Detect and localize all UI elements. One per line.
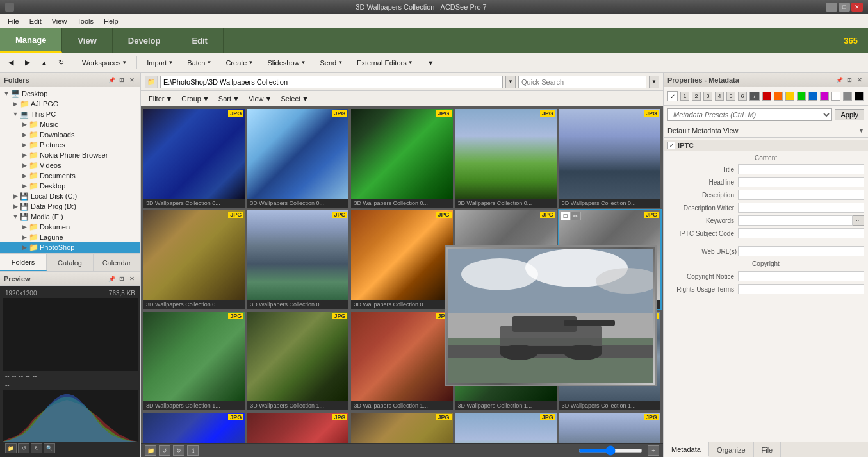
grid-info[interactable]: ℹ [187, 445, 199, 456]
expand-icon[interactable]: ▶ [12, 100, 19, 108]
image-cell[interactable]: JPG 3D Wallpapers Collection 1... [143, 312, 245, 410]
send-button[interactable]: Send ▼ [314, 57, 348, 69]
color-swatch-purple[interactable] [820, 92, 829, 101]
expand-icon[interactable]: ▼ [3, 90, 10, 97]
address-dropdown[interactable]: ▼ [505, 76, 516, 88]
image-cell[interactable]: JPG 3D Wallpapers Collection 0... [143, 109, 245, 208]
image-cell[interactable]: JPG 3D Wallpapers Collection 0... [351, 109, 452, 208]
tab-file[interactable]: File [754, 442, 782, 457]
expand-icon[interactable]: ▶ [20, 233, 28, 241]
meta-input-web-urls[interactable] [738, 246, 864, 256]
grid-rotate-right[interactable]: ↻ [173, 445, 184, 456]
zoom-slider[interactable] [578, 449, 643, 453]
expand-icon[interactable]: ▼ [12, 213, 19, 220]
expand-icon[interactable]: ▶ [20, 244, 28, 251]
expand-icon[interactable]: ▶ [12, 192, 19, 200]
image-cell[interactable]: JPG 3D Wallpapers Collection 1... [351, 312, 452, 410]
edit-icon[interactable]: ✏ [571, 212, 581, 220]
rotate-right-button[interactable]: ↻ [31, 443, 42, 453]
import-button[interactable]: Import ▼ [141, 57, 179, 69]
image-cell[interactable]: JPG 3D Wallpapers Collection 0... [351, 210, 452, 309]
slideshow-button[interactable]: Slideshow ▼ [261, 57, 311, 69]
mode-develop[interactable]: Develop [113, 28, 177, 53]
rotate-left-button[interactable]: ↺ [18, 443, 29, 453]
color-swatch-white[interactable] [831, 92, 840, 101]
checkbox-icon[interactable]: ☐ [561, 212, 571, 220]
color-swatch-yellow[interactable] [785, 92, 794, 101]
tree-item-localdisk[interactable]: ▶ 💾 Local Disk (C:) [0, 191, 140, 201]
grid-add-button[interactable]: 📁 [145, 445, 156, 456]
up-button[interactable]: ▲ [37, 56, 51, 70]
image-cell[interactable]: JPG 3D Wallpapers Collection 0... [455, 109, 557, 208]
menu-view[interactable]: View [47, 16, 72, 26]
expand-icon[interactable]: ▼ [12, 110, 19, 118]
tree-item-ajipgg[interactable]: ▶ 📁 AJI PGG [0, 99, 140, 109]
image-cell[interactable]: JPG 3D Wallpapers Collection 0... [143, 210, 245, 309]
expand-icon[interactable]: ▶ [12, 203, 19, 210]
expand-icon[interactable]: ▶ [20, 120, 28, 128]
image-cell[interactable]: JPG [559, 413, 660, 443]
search-dropdown[interactable]: ▼ [649, 76, 659, 88]
panel-float-button[interactable]: ⊡ [117, 76, 126, 85]
mode-view[interactable]: View [62, 28, 112, 53]
tree-item-music[interactable]: ▶ 📁 Music [0, 119, 140, 129]
keywords-more-button[interactable]: ··· [853, 215, 864, 226]
tab-folders[interactable]: Folders [0, 254, 47, 271]
slash-btn[interactable]: / [749, 92, 760, 101]
minimize-button[interactable]: _ [826, 3, 837, 12]
tree-item-pictures[interactable]: ▶ 📁 Pictures [0, 140, 140, 150]
image-cell[interactable]: JPG 3D Wallpapers Collection 0... [559, 109, 660, 208]
apply-button[interactable]: Apply [835, 109, 864, 120]
mode-edit[interactable]: Edit [176, 28, 224, 53]
extras-button[interactable]: ▼ [422, 57, 440, 69]
menu-file[interactable]: File [3, 16, 24, 26]
preview-float-button[interactable]: ⊡ [117, 274, 126, 283]
panel-pin-button[interactable]: 📌 [107, 76, 116, 85]
right-float-button[interactable]: ⊡ [845, 76, 854, 85]
expand-icon[interactable]: ▶ [20, 162, 28, 169]
menu-edit[interactable]: Edit [24, 16, 47, 26]
expand-icon[interactable]: ▶ [20, 223, 28, 231]
view-button[interactable]: View ▼ [245, 94, 276, 103]
tree-item-documents[interactable]: ▶ 📁 Documents [0, 170, 140, 181]
image-cell[interactable]: JPG [455, 413, 557, 443]
tree-item-photoshop[interactable]: ▶ 📁 PhotoShop [0, 242, 140, 253]
next-image-button[interactable]: 🔍 [44, 443, 55, 453]
filter-button[interactable]: Filter ▼ [145, 94, 176, 103]
expand-icon[interactable]: ▶ [20, 141, 28, 149]
batch-button[interactable]: Batch ▼ [181, 57, 217, 69]
tab-calendar[interactable]: Calendar [94, 254, 140, 271]
color-swatch-black[interactable] [855, 92, 864, 101]
select-button[interactable]: Select ▼ [277, 94, 312, 103]
num-btn-4[interactable]: 4 [715, 92, 724, 101]
num-btn-6[interactable]: 6 [738, 92, 747, 101]
external-editors-button[interactable]: External Editors ▼ [351, 57, 419, 69]
color-swatch-orange[interactable] [774, 92, 783, 101]
tree-item-lagune[interactable]: ▶ 📁 Lagune [0, 232, 140, 242]
maximize-button[interactable]: □ [839, 3, 850, 12]
tree-item-videos[interactable]: ▶ 📁 Videos [0, 160, 140, 170]
color-swatch-gray[interactable] [843, 92, 852, 101]
image-cell[interactable]: JPG 3D Wallpapers Collection 0... [247, 109, 348, 208]
expand-icon[interactable]: ▶ [20, 151, 28, 159]
preview-pin-button[interactable]: 📌 [107, 274, 116, 283]
tree-item-desktop2[interactable]: ▶ 📁 Desktop [0, 181, 140, 191]
tree-item-nokia[interactable]: ▶ 📁 Nokia Phone Browser [0, 150, 140, 160]
refresh-button[interactable]: ↻ [54, 56, 68, 70]
color-swatch-green[interactable] [797, 92, 806, 101]
iptc-checkbox[interactable]: ✓ [667, 142, 675, 149]
meta-input-desc-writer[interactable] [738, 203, 864, 213]
address-input[interactable] [160, 76, 503, 88]
expand-icon[interactable]: ▶ [20, 182, 28, 190]
num-btn-3[interactable]: 3 [703, 92, 712, 101]
iptc-header[interactable]: ✓ IPTC [664, 140, 868, 151]
num-btn-5[interactable]: 5 [726, 92, 735, 101]
meta-input-headline[interactable] [738, 177, 864, 187]
image-cell[interactable]: JPG [247, 413, 348, 443]
menu-help[interactable]: Help [99, 16, 124, 26]
panel-close-button[interactable]: ✕ [127, 76, 136, 85]
color-swatch-blue[interactable] [808, 92, 817, 101]
mode-365[interactable]: 365 [833, 28, 868, 53]
right-close-button[interactable]: ✕ [855, 76, 864, 85]
menu-tools[interactable]: Tools [72, 16, 99, 26]
